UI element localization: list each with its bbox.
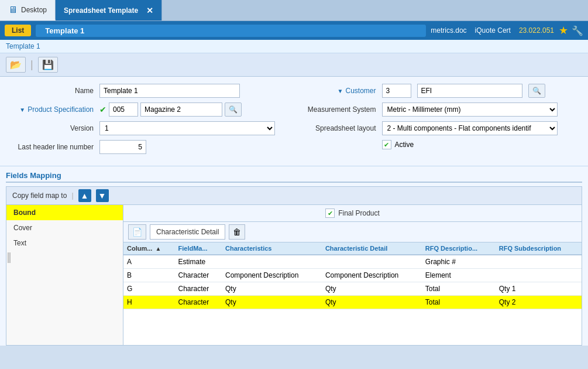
fields-mapping-title: Fields Mapping — [6, 171, 582, 183]
customer-row: ▼ Customer 🔍 — [294, 84, 577, 98]
final-product-checkbox[interactable]: ✔ — [325, 209, 335, 218]
toolbar-separator: | — [30, 59, 33, 71]
customer-search-button[interactable]: 🔍 — [528, 84, 545, 98]
final-product-bar: ✔ Final Product — [123, 205, 582, 222]
drag-handle[interactable]: ‖ — [6, 251, 12, 264]
version-label: 23.022.051 — [519, 26, 554, 35]
title-bar: 🖥 Desktop Spreadsheet Template ✕ — [0, 0, 588, 21]
active-checkbox[interactable]: ✔ — [382, 140, 391, 149]
data-table: Colum... ▲ FieldMa... Characteristics Ch… — [123, 242, 582, 309]
table-row[interactable]: HCharacterQtyQtyTotalQty 2 — [123, 296, 582, 309]
tab-desktop-label: Desktop — [21, 6, 47, 14]
monitor-icon: 🖥 — [8, 5, 18, 15]
tab-spreadsheet-label: Spreadsheet Template — [64, 6, 138, 15]
col-header-fieldma: FieldMa... — [175, 242, 222, 255]
product-search-button[interactable]: 🔍 — [225, 102, 242, 117]
table-cell: Component Description — [222, 269, 322, 282]
table-cell: Qty 2 — [496, 296, 582, 309]
nav-title: Template 1 — [36, 25, 426, 37]
table-toolbar: 📄 Characteristic Detail 🗑 — [123, 222, 582, 242]
name-input[interactable] — [99, 84, 240, 98]
product-name-input[interactable] — [140, 102, 222, 117]
table-cell: Qty — [222, 296, 322, 309]
product-spec-inputs: ✔ 🔍 — [99, 102, 242, 117]
table-row[interactable]: AEstimateGraphic # — [123, 255, 582, 269]
table-cell: Element — [422, 269, 496, 282]
char-detail-button[interactable]: Characteristic Detail — [150, 224, 225, 240]
spreadsheet-layout-select[interactable]: 2 - Multi components - Flat components i… — [382, 121, 558, 135]
table-row[interactable]: BCharacterComponent DescriptionComponent… — [123, 269, 582, 282]
col-header-char-detail: Characteristic Detail — [322, 242, 422, 255]
name-row: Name — [12, 84, 294, 98]
save-button[interactable]: 💾 — [38, 57, 58, 73]
spreadsheet-label: Spreadsheet layout — [294, 124, 376, 132]
new-row-button[interactable]: 📄 — [128, 224, 146, 240]
table-cell: Component Description — [322, 269, 422, 282]
table-cell: Qty — [322, 282, 422, 296]
customer-name-input[interactable] — [417, 84, 522, 98]
left-list: Bound Cover Text ‖ — [6, 205, 123, 345]
list-button[interactable]: List — [5, 25, 31, 36]
table-cell: Qty — [322, 296, 422, 309]
last-header-row: Last header line number — [12, 140, 294, 154]
version-select[interactable]: 1 — [99, 121, 275, 135]
list-item-text[interactable]: Text — [6, 235, 123, 251]
product-code-input[interactable] — [109, 102, 138, 117]
table-cell: Total — [422, 296, 496, 309]
active-row: ✔ Active — [294, 140, 577, 149]
table-cell: Character — [175, 269, 222, 282]
customer-label: ▼ Customer — [294, 87, 376, 95]
nav-right: metrics.doc iQuote Cert 23.022.051 — [431, 26, 554, 35]
table-cell — [322, 255, 422, 269]
form-right: ▼ Customer 🔍 Measurement System Metric -… — [294, 84, 577, 159]
metrics-link[interactable]: metrics.doc — [431, 26, 466, 35]
table-cell: Qty 1 — [496, 282, 582, 296]
tab-spreadsheet[interactable]: Spreadsheet Template ✕ — [56, 0, 162, 20]
table-cell: A — [123, 255, 175, 269]
settings-icon[interactable]: 🔧 — [572, 25, 583, 36]
breadcrumb: Template 1 — [0, 40, 588, 53]
product-spec-row: ▼ Product Specification ✔ 🔍 — [12, 102, 294, 117]
measurement-label: Measurement System — [294, 105, 376, 114]
col-header-rfq-desc: RFQ Descriptio... — [422, 242, 496, 255]
version-label: Version — [12, 124, 94, 132]
table-cell — [222, 255, 322, 269]
table-cell — [496, 269, 582, 282]
final-product-label: Final Product — [338, 209, 380, 217]
tab-close-icon[interactable]: ✕ — [146, 6, 153, 15]
form-area: Name ▼ Product Specification ✔ 🔍 Version — [0, 77, 588, 166]
measurement-select[interactable]: Metric - Millimeter (mm) — [382, 102, 558, 117]
fields-toolbar: Copy field map to | ▲ ▼ — [6, 186, 582, 205]
spreadsheet-layout-row: Spreadsheet layout 2 - Multi components … — [294, 121, 577, 135]
move-up-button[interactable]: ▲ — [78, 189, 91, 202]
table-cell: B — [123, 269, 175, 282]
star-icon[interactable]: ★ — [559, 24, 568, 37]
col-header-column: Colum... ▲ — [123, 242, 175, 255]
breadcrumb-text: Template 1 — [6, 42, 40, 50]
nav-icons: ★ 🔧 — [559, 24, 583, 37]
open-button[interactable]: 📂 — [6, 57, 26, 73]
table-row[interactable]: GCharacterQtyQtyTotalQty 1 — [123, 282, 582, 296]
version-row: Version 1 — [12, 121, 294, 135]
col-header-rfq-sub: RFQ Subdescription — [496, 242, 582, 255]
active-checkbox-row: ✔ Active — [382, 140, 414, 149]
table-cell: Character — [175, 282, 222, 296]
list-item-cover[interactable]: Cover — [6, 220, 123, 235]
name-label: Name — [12, 87, 94, 95]
copy-field-label: Copy field map to — [12, 192, 67, 200]
customer-id-input[interactable] — [382, 84, 411, 98]
iquote-link[interactable]: iQuote Cert — [475, 26, 511, 35]
table-cell: Estimate — [175, 255, 222, 269]
tab-desktop[interactable]: 🖥 Desktop — [0, 0, 56, 20]
form-columns: Name ▼ Product Specification ✔ 🔍 Version — [12, 84, 576, 159]
delete-row-button[interactable]: 🗑 — [229, 224, 245, 240]
toolbar: 📂 | 💾 — [0, 53, 588, 77]
right-panel: ✔ Final Product 📄 Characteristic Detail … — [123, 205, 582, 345]
col-header-chars: Characteristics — [222, 242, 322, 255]
last-header-input[interactable] — [99, 140, 146, 154]
fields-body: Bound Cover Text ‖ ✔ Final Product 📄 Cha… — [6, 205, 582, 346]
measurement-row: Measurement System Metric - Millimeter (… — [294, 102, 577, 117]
check-icon: ✔ — [99, 105, 106, 114]
move-down-button[interactable]: ▼ — [96, 189, 109, 202]
list-item-bound[interactable]: Bound — [6, 205, 123, 220]
